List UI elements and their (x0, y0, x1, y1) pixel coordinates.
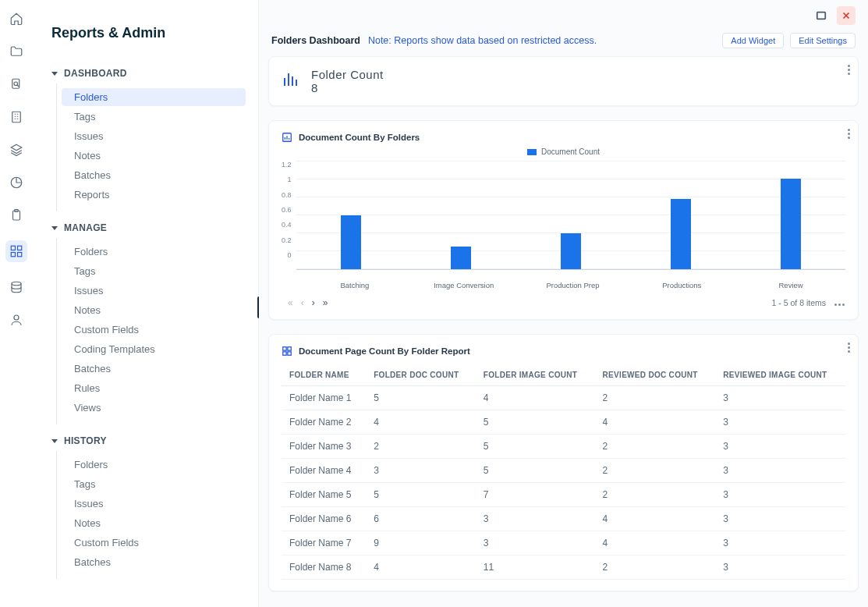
kpi-value: 8 (311, 81, 384, 94)
chart-bar-image-conversion[interactable] (451, 247, 471, 269)
legend-swatch (527, 149, 537, 155)
table-header[interactable]: FOLDER DOC COUNT (366, 364, 476, 386)
nav-item-manage-batches[interactable]: Batches (62, 360, 246, 378)
svg-rect-8 (11, 253, 15, 257)
table-row[interactable]: Folder Name 15423 (282, 386, 845, 410)
layers-icon[interactable] (9, 142, 24, 158)
pager-next-icon[interactable]: › (312, 297, 315, 308)
nav-section-history[interactable]: HISTORY (44, 431, 250, 451)
nav-item-dashboard-tags[interactable]: Tags (62, 108, 246, 126)
pager-last-icon[interactable]: » (323, 297, 328, 308)
nav-item-dashboard-reports[interactable]: Reports (62, 186, 246, 204)
table-header[interactable]: REVIEWED IMAGE COUNT (715, 364, 845, 386)
nav-item-history-custom-fields[interactable]: Custom Fields (62, 534, 246, 552)
dashboard-title: Folders Dashboard (271, 35, 360, 46)
nav-item-dashboard-batches[interactable]: Batches (62, 166, 246, 184)
pie-icon[interactable] (9, 175, 24, 190)
add-widget-button[interactable]: Add Widget (722, 33, 784, 48)
kpi-card-folder-count: Folder Count 8 (268, 56, 859, 106)
window-controls (268, 0, 859, 28)
chart-title: Document Count By Folders (299, 133, 420, 142)
svg-point-10 (12, 282, 21, 286)
chart-bar-production-prep[interactable] (561, 233, 581, 269)
chart-legend: Document Count (282, 147, 845, 156)
kpi-card-menu-icon[interactable] (848, 63, 850, 76)
database-icon[interactable] (9, 279, 24, 295)
svg-rect-14 (283, 347, 286, 350)
dashboard-header: Folders Dashboard Note: Reports show dat… (268, 28, 859, 56)
nav-item-history-batches[interactable]: Batches (62, 553, 246, 571)
grid-icon[interactable] (5, 240, 27, 262)
legend-label: Document Count (541, 147, 600, 156)
dashboard-note: Note: Reports show data based on restric… (368, 35, 597, 46)
chart-pager: « ‹ › » 1 - 5 of 8 items (282, 297, 845, 308)
chart-y-axis: 1.210.80.60.40.20 (282, 161, 296, 270)
nav-section-dashboard[interactable]: DASHBOARD (44, 63, 250, 83)
kpi-label: Folder Count (311, 68, 384, 81)
close-icon[interactable] (837, 6, 856, 25)
nav-item-manage-tags[interactable]: Tags (62, 262, 246, 280)
nav-item-manage-views[interactable]: Views (62, 399, 246, 417)
nav-item-manage-custom-fields[interactable]: Custom Fields (62, 321, 246, 339)
pager-status: 1 - 5 of 8 items (772, 298, 826, 307)
table-header[interactable]: FOLDER NAME (282, 364, 366, 386)
chart-card-document-count: Document Count By Folders Document Count… (268, 120, 859, 320)
nav-item-manage-coding-templates[interactable]: Coding Templates (62, 340, 246, 358)
table-header[interactable]: FOLDER IMAGE COUNT (476, 364, 595, 386)
chart-bar-review[interactable] (781, 179, 801, 269)
nav-item-manage-folders[interactable]: Folders (62, 243, 246, 261)
edit-settings-button[interactable]: Edit Settings (790, 33, 856, 48)
nav-item-history-issues[interactable]: Issues (62, 495, 246, 513)
svg-rect-9 (17, 253, 21, 257)
pager-prev-icon[interactable]: ‹ (301, 297, 304, 308)
svg-rect-16 (283, 352, 286, 355)
svg-rect-15 (288, 347, 291, 350)
table-row[interactable]: Folder Name 32523 (282, 435, 845, 459)
svg-rect-2 (12, 112, 20, 122)
table-card-menu-icon[interactable] (848, 341, 850, 354)
chart-bar-productions[interactable] (671, 199, 691, 269)
pager-first-icon[interactable]: « (288, 297, 293, 308)
icon-rail (0, 0, 33, 607)
svg-point-11 (14, 315, 19, 320)
table-card-page-count: Document Page Count By Folder Report FOL… (268, 334, 859, 591)
nav-item-history-folders[interactable]: Folders (62, 456, 246, 474)
nav-item-manage-rules[interactable]: Rules (62, 379, 246, 397)
chart-bar-batching[interactable] (341, 215, 361, 270)
table-row[interactable]: Folder Name 79343 (282, 531, 845, 556)
sidebar: Reports & Admin DASHBOARDFoldersTagsIssu… (33, 0, 259, 607)
home-icon[interactable] (9, 11, 24, 27)
nav-item-history-tags[interactable]: Tags (62, 475, 246, 493)
svg-rect-7 (17, 246, 21, 250)
svg-rect-6 (11, 246, 15, 250)
folder-icon[interactable] (9, 44, 24, 59)
page-title: Reports & Admin (51, 25, 243, 41)
table-row[interactable]: Folder Name 43523 (282, 459, 845, 483)
svg-rect-0 (12, 79, 19, 88)
table-header[interactable]: REVIEWED DOC COUNT (595, 364, 716, 386)
clipboard-icon[interactable] (9, 208, 24, 223)
nav-item-dashboard-notes[interactable]: Notes (62, 147, 246, 165)
table-row[interactable]: Folder Name 841123 (282, 556, 845, 580)
nav-item-dashboard-folders[interactable]: Folders (62, 88, 246, 106)
search-doc-icon[interactable] (9, 76, 24, 92)
data-table: FOLDER NAMEFOLDER DOC COUNTFOLDER IMAGE … (282, 364, 845, 580)
table-title: Document Page Count By Folder Report (299, 346, 470, 356)
nav-item-history-notes[interactable]: Notes (62, 514, 246, 532)
chart-card-menu-icon[interactable] (848, 127, 850, 140)
nav-section-manage[interactable]: MANAGE (44, 218, 250, 238)
chart-x-axis: BatchingImage ConversionProduction PrepP… (300, 281, 845, 289)
table-row[interactable]: Folder Name 24543 (282, 410, 845, 435)
main-content: Folders Dashboard Note: Reports show dat… (259, 0, 868, 607)
nav-item-manage-notes[interactable]: Notes (62, 301, 246, 319)
nav-item-manage-issues[interactable]: Issues (62, 282, 246, 300)
window-maximize-icon[interactable] (812, 6, 831, 25)
building-icon[interactable] (9, 109, 24, 125)
nav-item-dashboard-issues[interactable]: Issues (62, 127, 246, 145)
svg-rect-17 (288, 352, 291, 355)
table-row[interactable]: Folder Name 55723 (282, 483, 845, 507)
user-icon[interactable] (9, 312, 24, 328)
chart-plot (296, 161, 845, 270)
table-row[interactable]: Folder Name 66343 (282, 507, 845, 531)
pager-more-icon[interactable] (834, 298, 845, 307)
